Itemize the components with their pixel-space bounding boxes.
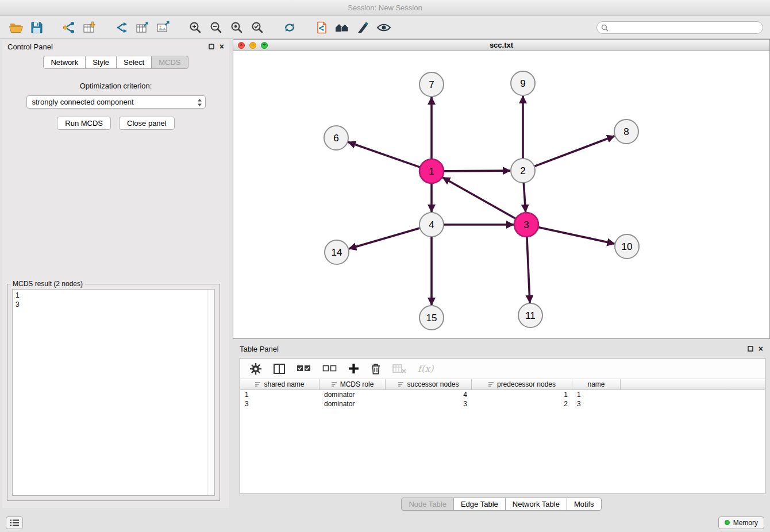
column-header-mcds-role[interactable]: MCDS role (319, 379, 386, 390)
export-image-button[interactable] (153, 18, 174, 37)
column-header-successor-nodes[interactable]: successor nodes (386, 379, 472, 390)
table-cell[interactable]: 4 (386, 390, 472, 399)
filter-button[interactable] (353, 18, 374, 37)
zoom-out-button[interactable] (206, 18, 226, 37)
search-box[interactable] (596, 21, 763, 34)
show-all-button[interactable] (332, 18, 353, 37)
table-cell[interactable]: 3 (572, 399, 621, 408)
clear-selection-button[interactable] (322, 365, 337, 372)
svg-text:6: 6 (333, 133, 338, 144)
new-network-button[interactable] (111, 18, 132, 37)
table-row[interactable]: 3 dominator 3 2 3 (240, 399, 765, 408)
column-header-predecessor-nodes[interactable]: predecessor nodes (472, 379, 572, 390)
delete-column-button[interactable] (371, 363, 381, 375)
table-settings-button[interactable] (249, 363, 262, 375)
graph-node-15[interactable]: 15 (419, 306, 444, 330)
columns-icon (274, 364, 285, 374)
add-column-button[interactable] (348, 363, 359, 374)
tab-mcds[interactable]: MCDS (151, 56, 188, 69)
float-panel-icon[interactable] (209, 44, 214, 49)
table-cell[interactable]: 3 (386, 399, 472, 408)
list-icon (10, 519, 19, 526)
graph-node-8[interactable]: 8 (614, 119, 638, 144)
import-table-icon (82, 21, 97, 34)
mcds-result-text[interactable]: 1 3 (12, 289, 215, 496)
tab-style[interactable]: Style (85, 56, 117, 69)
graph-node-10[interactable]: 10 (615, 234, 639, 259)
graph-node-3[interactable]: 3 (514, 213, 538, 237)
zoom-in-button[interactable] (185, 18, 206, 37)
graph-node-11[interactable]: 11 (518, 303, 542, 327)
table-cell[interactable]: 1 (572, 390, 621, 399)
minimize-window-icon[interactable]: − (249, 42, 256, 49)
svg-text:8: 8 (623, 126, 629, 137)
network-window-titlebar[interactable]: × − + scc.txt (233, 40, 769, 51)
graph-edge-2-8[interactable] (534, 136, 615, 167)
graph-edge-1-6[interactable] (348, 142, 420, 167)
table-cell[interactable]: 1 (472, 390, 572, 399)
export-table-button[interactable] (132, 18, 153, 37)
column-header-name[interactable]: name (572, 379, 621, 390)
tab-network-table[interactable]: Network Table (505, 498, 567, 511)
open-session-button[interactable] (6, 18, 26, 37)
zoom-in-icon (188, 21, 202, 34)
table-cell[interactable]: dominator (319, 390, 386, 399)
window-titlebar[interactable]: Session: New Session (0, 0, 770, 16)
graph-node-4[interactable]: 4 (419, 213, 444, 237)
unchecked-boxes-icon (322, 365, 337, 372)
graph-edge-2-3[interactable] (523, 183, 525, 212)
close-panel-button[interactable]: Close panel (119, 117, 175, 130)
close-table-panel-icon[interactable]: × (759, 345, 763, 353)
apply-layout-button[interactable] (279, 18, 300, 37)
table-cell[interactable]: 1 (240, 390, 319, 399)
import-network-button[interactable] (59, 18, 79, 37)
graph-edge-4-14[interactable] (349, 228, 420, 249)
graph-edge-3-10[interactable] (538, 228, 615, 244)
optimization-value: strongly connected component (32, 98, 134, 106)
choose-columns-button[interactable] (274, 364, 285, 374)
graph-node-6[interactable]: 6 (324, 126, 348, 150)
maximize-window-icon[interactable]: + (261, 42, 268, 49)
float-table-panel-icon[interactable] (748, 346, 753, 352)
table-cell[interactable]: 2 (472, 399, 572, 408)
tab-select[interactable]: Select (116, 56, 152, 69)
tab-motifs[interactable]: Motifs (567, 498, 602, 511)
zoom-fit-button[interactable] (226, 18, 247, 37)
graph-node-2[interactable]: 2 (511, 159, 535, 183)
run-mcds-button[interactable]: Run MCDS (57, 117, 111, 130)
tab-network[interactable]: Network (43, 56, 86, 69)
network-canvas[interactable]: 7968124314101511 (233, 51, 769, 338)
table-cell[interactable]: dominator (319, 399, 386, 408)
memory-button[interactable]: Memory (718, 516, 764, 529)
mcds-result-title: MCDS result (2 nodes) (10, 280, 85, 288)
memory-label: Memory (733, 519, 758, 527)
graph-edge-3-11[interactable] (527, 237, 530, 303)
graph-edge-1-2[interactable] (444, 171, 510, 171)
close-window-icon[interactable]: × (238, 42, 245, 49)
export-image-icon (156, 21, 171, 34)
graph-edge-3-1[interactable] (442, 178, 516, 219)
graph-node-7[interactable]: 7 (419, 72, 444, 97)
tab-node-table[interactable]: Node Table (401, 498, 454, 511)
graph-node-9[interactable]: 9 (511, 71, 535, 95)
node-table: f(x) shared name MCDS role successor nod… (240, 358, 765, 494)
optimization-select[interactable]: strongly connected component (26, 95, 206, 109)
toggle-visibility-button[interactable] (374, 18, 394, 37)
result-scrollbar[interactable] (207, 290, 214, 495)
zoom-selected-button[interactable] (247, 18, 268, 37)
tab-edge-table[interactable]: Edge Table (453, 498, 506, 511)
result-line: 1 (16, 291, 211, 300)
save-session-button[interactable] (26, 18, 47, 37)
import-table-button[interactable] (79, 18, 100, 37)
show-panel-button[interactable] (6, 516, 23, 529)
close-panel-icon[interactable]: × (220, 43, 224, 51)
graph-node-14[interactable]: 14 (325, 240, 349, 264)
table-row[interactable]: 1 dominator 4 1 1 (240, 390, 765, 399)
table-cell[interactable]: 3 (240, 399, 319, 408)
share-document-button[interactable] (311, 18, 332, 37)
column-header-shared-name[interactable]: shared name (240, 379, 319, 390)
table-panel-title: Table Panel (240, 345, 279, 353)
search-input[interactable] (611, 23, 759, 32)
graph-node-1[interactable]: 1 (419, 159, 444, 183)
select-all-button[interactable] (297, 365, 311, 372)
